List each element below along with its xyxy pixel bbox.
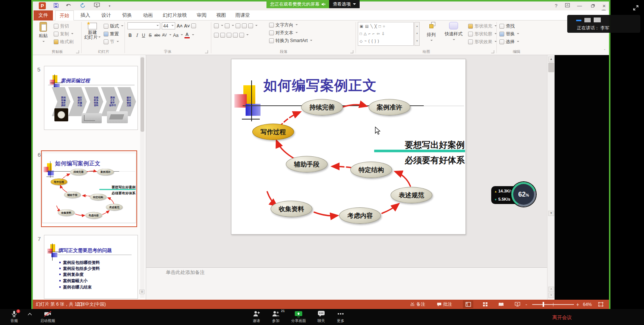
tab-home[interactable]: 开始	[55, 10, 74, 20]
thumbnail-scrollbar-thumb[interactable]	[141, 57, 144, 132]
slide-canvas-mini[interactable]: 如何编写案例正文 持续完善 案例准许 写作	[42, 153, 136, 223]
align-text-button[interactable]: 对齐文本	[269, 29, 298, 36]
shape-effects-button[interactable]: 形状效果	[468, 38, 497, 45]
text-direction-button[interactable]: 文字方向	[269, 22, 298, 29]
tab-rain-classroom[interactable]: 雨课堂	[232, 10, 253, 20]
font-color-button[interactable]: A	[184, 32, 190, 38]
arrange-button[interactable]: 排列	[423, 22, 440, 43]
shape-gallery[interactable]: ▣▤╲╳□○ □△⌐⌐⇦⇩ ◇~({})	[358, 22, 414, 46]
audio-button[interactable]: 音频 1	[6, 310, 22, 324]
scroll-down-icon[interactable]: ▼	[548, 211, 554, 216]
qat-customize-icon[interactable]: ▾	[106, 3, 113, 9]
view-options-button[interactable]: 查看选项	[329, 0, 360, 8]
numbering-icon[interactable]	[225, 23, 230, 28]
shadow-button[interactable]: abc	[154, 33, 160, 37]
replace-button[interactable]: 替换	[499, 31, 519, 38]
align-right-icon[interactable]	[227, 33, 231, 38]
slide-thumbnail-6-selected[interactable]: 如何编写案例正文 持续完善 案例准许 写作	[41, 150, 137, 227]
redo-icon[interactable]	[79, 3, 86, 9]
comments-toggle[interactable]: 批注	[437, 300, 452, 309]
change-case-button[interactable]: Aa	[173, 33, 179, 38]
zoom-percentage[interactable]: 64%	[583, 300, 592, 309]
pane-splitter-icon[interactable]: ⊟	[139, 290, 145, 294]
language-indicator[interactable]: 中文(中国)	[85, 300, 106, 309]
node-expression-standard[interactable]: 表述规范	[106, 204, 123, 211]
strikethrough-button[interactable]: S	[148, 33, 153, 38]
columns-icon[interactable]	[239, 33, 244, 38]
drawing-dialog-launcher[interactable]	[491, 50, 494, 53]
shape-gallery-scroll[interactable]: ▴▾▾	[414, 22, 420, 46]
increase-indent-icon[interactable]	[242, 23, 247, 28]
panel-maximize-button[interactable]	[594, 17, 601, 22]
tab-view[interactable]: 视图	[212, 10, 230, 20]
node-auxiliary-means[interactable]: 辅助手段	[64, 191, 81, 198]
zoom-in-button[interactable]: +	[576, 300, 579, 309]
node-collect-materials[interactable]: 收集资料	[58, 209, 75, 216]
clear-formatting-icon[interactable]	[191, 23, 196, 28]
character-spacing-button[interactable]: AV	[162, 33, 167, 37]
audio-options-chevron[interactable]	[26, 313, 34, 316]
node-collect-materials[interactable]: 收集资料	[271, 201, 312, 217]
panel-minimize-button[interactable]	[576, 20, 581, 21]
slide-canvas[interactable]: 如何编写案例正文 持续完善 案例准许 写作	[231, 59, 466, 235]
font-size-combo[interactable]: 44	[162, 22, 175, 29]
node-writing-process[interactable]: 写作过程	[252, 124, 294, 140]
cut-button[interactable]: 剪切	[54, 23, 69, 30]
layout-button[interactable]: 版式	[104, 23, 123, 30]
copy-button[interactable]: 复制	[54, 31, 73, 38]
start-slideshow-icon[interactable]	[93, 3, 101, 9]
normal-view-button[interactable]	[463, 300, 473, 308]
shrink-font-button[interactable]: A˅	[184, 23, 190, 29]
paste-button[interactable]: 粘贴	[35, 22, 51, 44]
undo-icon[interactable]	[65, 3, 72, 9]
spellcheck-icon[interactable]	[77, 300, 82, 309]
zoom-slider-thumb[interactable]	[543, 302, 544, 307]
zoom-out-button[interactable]: -	[525, 300, 527, 309]
italic-button[interactable]: I	[134, 33, 139, 38]
new-slide-button[interactable]: 新建幻灯片	[83, 22, 102, 40]
next-slide-icon[interactable]: ˅	[548, 293, 554, 298]
shape-fill-button[interactable]: 形状填充	[468, 23, 497, 30]
decrease-indent-icon[interactable]	[236, 23, 240, 28]
line-spacing-icon[interactable]	[248, 23, 253, 28]
previous-slide-icon[interactable]: ˄	[548, 287, 554, 292]
align-center-icon[interactable]	[220, 33, 225, 38]
node-expression-standard[interactable]: 表述规范	[391, 187, 432, 203]
node-continuous-improvement[interactable]: 持续完善	[70, 169, 87, 175]
collapse-ribbon-icon[interactable]: ˆ	[604, 49, 605, 53]
leave-meeting-button[interactable]: 离开会议	[552, 314, 572, 321]
paragraph-dialog-launcher[interactable]	[350, 50, 353, 53]
panel-restore-button[interactable]	[584, 18, 591, 22]
align-left-icon[interactable]	[214, 33, 219, 38]
slideshow-view-button[interactable]	[512, 300, 523, 308]
reset-button[interactable]: 重置	[104, 31, 119, 38]
select-button[interactable]: 选择	[499, 38, 519, 45]
font-dialog-launcher[interactable]	[205, 50, 208, 53]
reading-view-button[interactable]	[496, 300, 506, 308]
save-icon[interactable]	[52, 3, 60, 9]
node-consider-content[interactable]: 考虑内容	[339, 207, 381, 224]
justify-icon[interactable]	[233, 33, 238, 38]
node-writing-process[interactable]: 写作过程	[51, 179, 67, 185]
node-auxiliary-means[interactable]: 辅助手段	[286, 156, 328, 172]
share-screen-button[interactable]: 分享画面	[288, 310, 309, 324]
node-case-approval[interactable]: 案例准许	[97, 169, 114, 175]
tab-design[interactable]: 设计	[98, 10, 115, 20]
tab-animations[interactable]: 动画	[139, 10, 157, 20]
section-button[interactable]: 节	[104, 38, 119, 45]
restore-button[interactable]	[588, 3, 597, 9]
node-consider-content[interactable]: 考虑内容	[85, 212, 102, 219]
scroll-up-icon[interactable]: ▲	[548, 57, 554, 62]
help-icon[interactable]: ?	[552, 3, 560, 9]
tab-insert[interactable]: 插入	[77, 10, 94, 20]
bullets-icon[interactable]	[214, 23, 219, 28]
tab-transitions[interactable]: 切换	[119, 10, 136, 20]
tab-slideshow[interactable]: 幻灯片放映	[159, 10, 191, 20]
node-continuous-improvement[interactable]: 持续完善	[301, 99, 343, 115]
fullscreen-toggle-icon[interactable]	[633, 5, 639, 12]
slide-thumbnail-7[interactable]: 撰写正文需要思考的问题 案例应包括哪些资料 案例应包括多少资料 案例复杂度 案例…	[44, 235, 138, 299]
quick-styles-button[interactable]: 快速样式	[442, 22, 465, 42]
slide-thumbnail-5[interactable]: 案例采编过程 案例采编需求调研 确定成立采编计划 初稿联系收集资料 案例正文教学…	[44, 66, 138, 130]
shape-outline-button[interactable]: 形状轮廓	[468, 31, 497, 38]
tab-review[interactable]: 审阅	[193, 10, 210, 20]
